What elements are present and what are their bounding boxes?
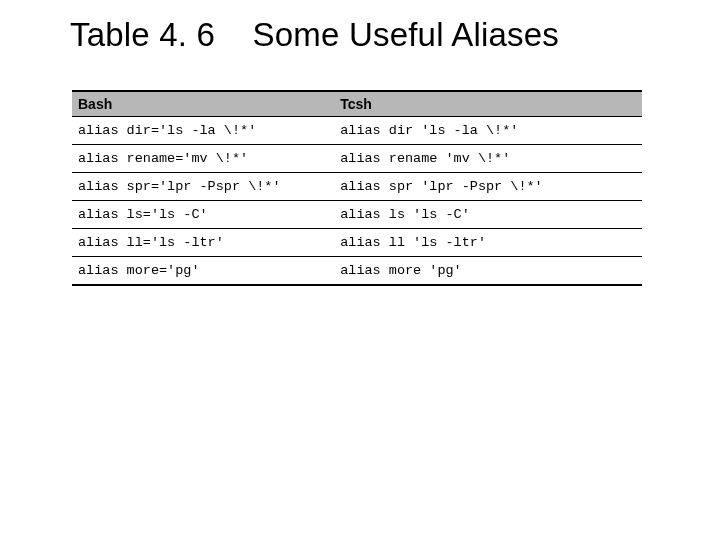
table-title: Table 4. 6 Some Useful Aliases — [70, 16, 559, 54]
cell-tcsh: alias rename 'mv \!*' — [334, 145, 642, 173]
table-row: alias rename='mv \!*' alias rename 'mv \… — [72, 145, 642, 173]
table-row: alias spr='lpr -Pspr \!*' alias spr 'lpr… — [72, 173, 642, 201]
cell-bash: alias dir='ls -la \!*' — [72, 117, 334, 145]
cell-tcsh: alias dir 'ls -la \!*' — [334, 117, 642, 145]
cell-tcsh: alias ll 'ls -ltr' — [334, 229, 642, 257]
cell-tcsh: alias spr 'lpr -Pspr \!*' — [334, 173, 642, 201]
table-row: alias dir='ls -la \!*' alias dir 'ls -la… — [72, 117, 642, 145]
table-header-row: Bash Tcsh — [72, 91, 642, 117]
cell-bash: alias rename='mv \!*' — [72, 145, 334, 173]
table-row: alias ls='ls -C' alias ls 'ls -C' — [72, 201, 642, 229]
table-row: alias ll='ls -ltr' alias ll 'ls -ltr' — [72, 229, 642, 257]
slide-page: Table 4. 6 Some Useful Aliases Bash Tcsh… — [0, 0, 720, 540]
table-row: alias more='pg' alias more 'pg' — [72, 257, 642, 286]
cell-tcsh: alias more 'pg' — [334, 257, 642, 286]
cell-bash: alias spr='lpr -Pspr \!*' — [72, 173, 334, 201]
cell-bash: alias more='pg' — [72, 257, 334, 286]
cell-bash: alias ls='ls -C' — [72, 201, 334, 229]
aliases-table-wrap: Bash Tcsh alias dir='ls -la \!*' alias d… — [72, 90, 642, 286]
aliases-table: Bash Tcsh alias dir='ls -la \!*' alias d… — [72, 90, 642, 286]
cell-tcsh: alias ls 'ls -C' — [334, 201, 642, 229]
cell-bash: alias ll='ls -ltr' — [72, 229, 334, 257]
header-tcsh: Tcsh — [334, 91, 642, 117]
header-bash: Bash — [72, 91, 334, 117]
